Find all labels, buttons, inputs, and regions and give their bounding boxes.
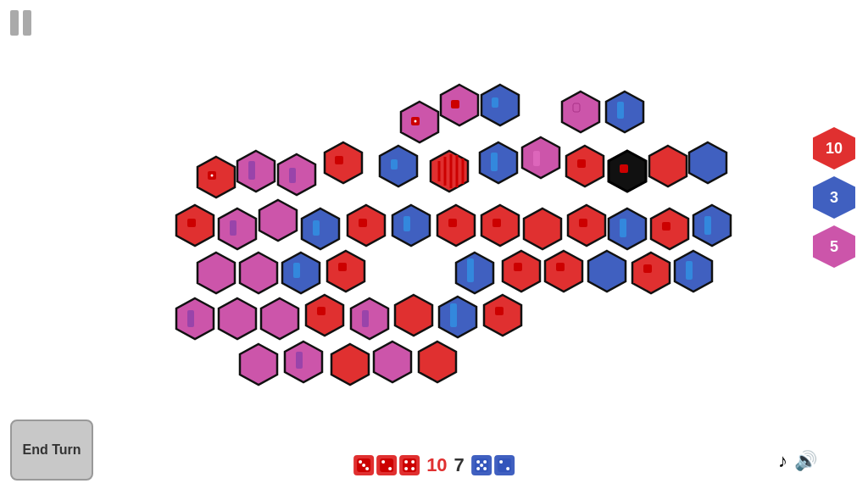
red-die-2 <box>376 455 397 475</box>
hex-cell[interactable] <box>480 142 517 183</box>
status-bar: 10 7 <box>353 454 515 476</box>
hex-cell[interactable] <box>331 344 369 385</box>
tower <box>533 151 540 166</box>
die <box>643 264 652 273</box>
hex-cell[interactable] <box>484 295 521 336</box>
svg-point-20 <box>499 460 503 464</box>
blue-die-2 <box>494 455 515 475</box>
pink-count-row: 5 <box>813 225 855 268</box>
die <box>577 159 586 168</box>
hex-cell[interactable] <box>522 137 559 178</box>
hex-cell[interactable] <box>395 295 432 336</box>
tower <box>187 310 194 327</box>
hex-cell[interactable] <box>392 205 430 246</box>
blue-die-1 <box>471 455 492 475</box>
svg-point-16 <box>483 460 487 464</box>
hex-cell[interactable] <box>327 251 364 292</box>
die <box>620 164 628 173</box>
red-score: 10 <box>426 454 447 476</box>
tower <box>492 97 498 108</box>
tower <box>289 168 296 183</box>
blue-dice-group <box>471 455 515 475</box>
hex-cell[interactable] <box>351 298 388 339</box>
svg-point-15 <box>476 467 480 470</box>
hex-cell[interactable] <box>689 142 726 183</box>
die <box>514 263 522 271</box>
hex-cell[interactable] <box>693 205 731 246</box>
hex-cell[interactable] <box>481 85 519 125</box>
hex-cell[interactable] <box>282 253 320 293</box>
hex-cell[interactable] <box>419 342 456 382</box>
svg-rect-8 <box>403 458 416 472</box>
hex-cell[interactable] <box>278 154 315 195</box>
pause-bar-left <box>10 10 19 36</box>
hex-cell[interactable] <box>259 200 297 241</box>
hex-cell[interactable] <box>439 297 476 337</box>
svg-point-4 <box>365 467 369 470</box>
die <box>573 103 580 112</box>
hex-cell[interactable] <box>240 253 277 293</box>
tower <box>248 161 255 180</box>
tower <box>491 153 498 171</box>
hex-cell[interactable] <box>219 208 256 249</box>
hex-cell[interactable] <box>609 208 646 249</box>
tower <box>403 216 410 231</box>
tower <box>293 263 300 278</box>
score-separator: 7 <box>454 454 465 476</box>
svg-point-2 <box>359 460 362 464</box>
svg-point-7 <box>388 467 392 470</box>
speaker-icon[interactable]: 🔊 <box>794 450 817 472</box>
game-board <box>68 42 771 415</box>
pause-button[interactable] <box>10 10 31 36</box>
hex-cell[interactable] <box>562 92 599 132</box>
hex-cell[interactable] <box>588 251 626 292</box>
hex-cell[interactable] <box>176 298 214 339</box>
svg-point-12 <box>411 467 415 470</box>
die <box>556 263 565 271</box>
hex-cell[interactable] <box>649 146 687 186</box>
svg-rect-19 <box>498 458 511 472</box>
tower <box>467 258 474 282</box>
red-count-row: 10 <box>813 127 855 169</box>
die <box>579 219 587 227</box>
side-hex-blue: 3 <box>813 176 855 219</box>
hex-cell[interactable] <box>456 253 493 293</box>
die <box>448 219 457 227</box>
hex-cell[interactable] <box>632 253 670 293</box>
end-turn-label: End Turn <box>22 442 81 458</box>
hex-cell[interactable] <box>198 253 235 293</box>
hex-cell[interactable] <box>306 295 343 336</box>
hex-cell[interactable] <box>380 146 417 186</box>
hex-cell[interactable] <box>219 298 256 339</box>
hex-cell[interactable] <box>545 251 582 292</box>
red-dice-group <box>353 455 420 475</box>
end-turn-button[interactable]: End Turn <box>10 420 93 481</box>
red-die-3 <box>399 455 420 475</box>
die <box>492 219 501 227</box>
hex-cell[interactable] <box>524 208 561 249</box>
hex-cell[interactable] <box>503 251 540 292</box>
die-dot <box>415 120 417 123</box>
hex-cell[interactable] <box>606 92 643 132</box>
die <box>451 100 459 108</box>
tower <box>230 220 236 236</box>
die <box>359 219 367 227</box>
die <box>338 263 347 271</box>
tower <box>450 303 457 327</box>
tower <box>296 352 303 369</box>
side-panel: 10 3 5 <box>813 127 855 268</box>
pause-bar-right <box>23 10 31 36</box>
hex-cell[interactable] <box>675 251 712 292</box>
side-hex-pink: 5 <box>813 225 855 268</box>
music-icon[interactable]: ♪ <box>778 450 787 472</box>
hex-cell[interactable] <box>261 298 298 339</box>
tower <box>704 216 711 235</box>
die <box>317 307 326 315</box>
hex-cell[interactable] <box>374 342 411 382</box>
svg-point-10 <box>404 467 408 470</box>
hex-cell[interactable] <box>302 208 339 249</box>
tower <box>686 261 693 280</box>
hex-cell[interactable] <box>285 342 322 382</box>
hex-cell[interactable] <box>237 151 275 192</box>
hex-cell[interactable] <box>240 344 277 385</box>
